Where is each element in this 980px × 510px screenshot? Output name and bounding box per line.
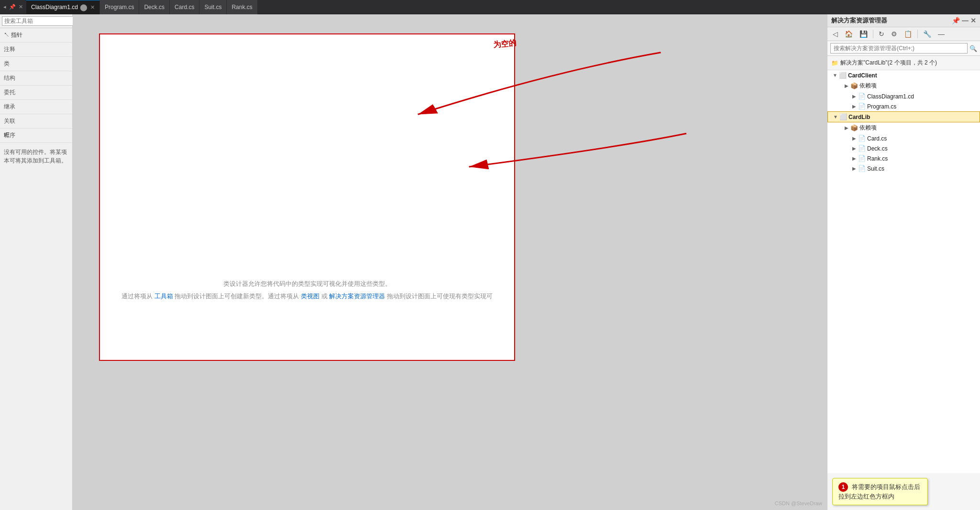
expand-rank-icon[interactable]: ▶ — [850, 156, 858, 161]
tree-item-program[interactable]: ▶ 📄 Program.cs — [827, 101, 980, 111]
classdiagram-file-icon: 📄 — [858, 93, 866, 100]
program-file-icon: 📄 — [858, 103, 866, 110]
te-label: tE — [0, 129, 13, 140]
tree-item-cardlib[interactable]: ▼ ⬜ CardLib — [827, 111, 980, 122]
toolbox-link[interactable]: 工具箱 — [154, 293, 173, 300]
tree-item-classdiagram[interactable]: ▶ 📄 ClassDiagram1.cd — [827, 91, 980, 101]
tab-close-btn-classdiagram[interactable]: ✕ — [90, 4, 95, 11]
close-panel-icon[interactable]: ✕ — [970, 17, 976, 24]
solution-search-input[interactable] — [830, 43, 968, 54]
design-canvas[interactable]: 类设计器允许您将代码中的类型实现可视化并使用这些类型。 通过将项从 工具箱 拖动… — [73, 14, 827, 510]
tab-bar-controls: ◂ 📌 ✕ — [2, 4, 24, 10]
tree-item-cardclient-deps[interactable]: ▶ 📦 依赖项 — [827, 80, 980, 91]
annotation-label: 为空的 — [493, 38, 517, 50]
card-label: Card.cs — [867, 135, 980, 142]
toolbox-section-comment[interactable]: 注释 — [0, 43, 72, 57]
solution-explorer-panel: 解决方案资源管理器 📌 — ✕ ◁ 🏠 💾 ↻ ⚙ 📋 🔧 — 🔍 — [827, 14, 980, 510]
cardlib-label: CardLib — [848, 114, 980, 120]
tab-deck[interactable]: Deck.cs — [139, 0, 170, 14]
toolbar-properties-button[interactable]: 🔧 — [921, 29, 934, 39]
toolbox-section-class[interactable]: 类 — [0, 57, 72, 71]
cardlib-deps-icon: 📦 — [850, 124, 858, 131]
toolbar-refresh-button[interactable]: ↻ — [876, 29, 887, 39]
toolbox-pointer-item[interactable]: ↖ 指针 — [0, 28, 72, 43]
toolbar-dash-button[interactable]: — — [936, 29, 947, 39]
toolbar-separator2 — [917, 30, 918, 38]
tree-item-deck[interactable]: ▶ 📄 Deck.cs — [827, 143, 980, 153]
solution-explorer-title: 解决方案资源管理器 — [831, 16, 887, 25]
expand-cardclient-deps-icon[interactable]: ▶ — [843, 83, 850, 88]
toolbox-label-comment: 注释 — [4, 46, 15, 53]
toolbox-section-delegate[interactable]: 委托 — [0, 86, 72, 100]
tooltip-text: 将需要的项目鼠标点击后拉到左边红色方框内 — [838, 483, 920, 500]
classview-link[interactable]: 类视图 — [301, 293, 319, 300]
tab-label-card: Card.cs — [175, 4, 194, 11]
rank-file-icon: 📄 — [858, 155, 866, 162]
classdiagram-label: ClassDiagram1.cd — [867, 93, 980, 100]
expand-cardlib-icon[interactable]: ▼ — [832, 114, 839, 119]
tooltip-bubble: 1 将需要的项目鼠标点击后拉到左边红色方框内 — [832, 478, 928, 506]
tab-scroll-left-icon[interactable]: ◂ — [2, 4, 8, 10]
tab-modified-dot: ⬤ — [80, 3, 88, 11]
suit-label: Suit.cs — [867, 165, 980, 172]
toolbox-section-assoc[interactable]: 关联 — [0, 114, 72, 129]
expand-suit-icon[interactable]: ▶ — [850, 166, 858, 171]
minimize-icon[interactable]: — — [962, 17, 969, 24]
tab-pin-icon[interactable]: 📌 — [8, 4, 17, 10]
design-desc-line1: 类设计器允许您将代码中的类型实现可视化并使用这些类型。 — [110, 278, 505, 290]
tree-item-cardclient[interactable]: ▼ ⬜ CardClient — [827, 70, 980, 80]
design-desc-line2: 通过将项从 工具箱 拖动到设计图面上可创建新类型。通过将项从 类视图 或 解决方… — [110, 290, 505, 303]
tab-label-rank: Rank.cs — [231, 4, 252, 11]
cardclient-label: CardClient — [848, 72, 980, 79]
desc-part2c: 或 — [321, 293, 328, 300]
cardlib-deps-label: 依赖项 — [859, 124, 980, 132]
toolbox-section-struct[interactable]: 结构 — [0, 71, 72, 86]
toolbar-save-button[interactable]: 💾 — [857, 29, 870, 39]
tree-item-card[interactable]: ▶ 📄 Card.cs — [827, 133, 980, 143]
expand-cardclient-icon[interactable]: ▼ — [831, 73, 839, 78]
desc-part2a: 通过将项从 — [121, 293, 153, 300]
tab-card[interactable]: Card.cs — [170, 0, 199, 14]
expand-deck-icon[interactable]: ▶ — [850, 146, 858, 151]
cardclient-project-icon: ⬜ — [839, 72, 847, 79]
toolbar-filter-button[interactable]: ⚙ — [889, 29, 900, 39]
expand-card-icon[interactable]: ▶ — [850, 136, 858, 141]
toolbar-back-button[interactable]: ◁ — [830, 29, 840, 39]
tab-suit[interactable]: Suit.cs — [199, 0, 227, 14]
tab-program[interactable]: Program.cs — [100, 0, 139, 14]
tab-rank[interactable]: Rank.cs — [227, 0, 257, 14]
card-file-icon: 📄 — [858, 135, 866, 142]
solution-tree: ▼ ⬜ CardClient ▶ 📦 依赖项 ▶ 📄 ClassDiagram1… — [827, 70, 980, 473]
desc-part2d: 拖动到设计图面上可使现有类型实现可 — [387, 293, 493, 300]
toolbar-expand-button[interactable]: 📋 — [902, 29, 914, 39]
expand-program-icon[interactable]: ▶ — [850, 104, 858, 109]
tree-item-rank[interactable]: ▶ 📄 Rank.cs — [827, 153, 980, 163]
cardclient-deps-label: 依赖项 — [859, 82, 980, 90]
toolbar-home-button[interactable]: 🏠 — [842, 29, 855, 39]
solution-icon: 📁 — [831, 60, 838, 66]
watermark: CSDN @SteveDraw — [775, 500, 822, 506]
tab-close-icon[interactable]: ✕ — [17, 4, 24, 10]
design-description: 类设计器允许您将代码中的类型实现可视化并使用这些类型。 通过将项从 工具箱 拖动… — [100, 278, 514, 303]
toolbox-label-delegate: 委托 — [4, 89, 15, 96]
toolbox-section-inherit[interactable]: 继承 — [0, 100, 72, 114]
tooltip-number: 1 — [838, 482, 848, 492]
solution-explorer-link[interactable]: 解决方案资源管理器 — [329, 293, 385, 300]
expand-cardlib-deps-icon[interactable]: ▶ — [843, 125, 850, 130]
tab-classdiagram[interactable]: ClassDiagram1.cd ⬤ ✕ — [26, 0, 100, 14]
toolbox-label-class: 类 — [4, 60, 10, 67]
pin-icon[interactable]: 📌 — [952, 17, 960, 24]
solution-search-icon[interactable]: 🔍 — [969, 45, 977, 52]
solution-explorer-header: 解决方案资源管理器 📌 — ✕ — [827, 14, 980, 27]
expand-classdiagram-icon[interactable]: ▶ — [850, 94, 858, 99]
design-surface[interactable]: 类设计器允许您将代码中的类型实现可视化并使用这些类型。 通过将项从 工具箱 拖动… — [99, 33, 515, 361]
tab-label-deck: Deck.cs — [144, 4, 165, 11]
toolbox-label-inherit: 继承 — [4, 103, 15, 110]
tree-item-suit[interactable]: ▶ 📄 Suit.cs — [827, 163, 980, 174]
toolbox-sidebar: 🔍 ↖ 指针 注释 类 结构 委托 继承 关联 程序 tE 没有可用的控件。将某… — [0, 14, 73, 510]
tree-item-cardlib-deps[interactable]: ▶ 📦 依赖项 — [827, 122, 980, 133]
solution-label-text: 解决方案"CardLib"(2 个项目，共 2 个) — [840, 59, 937, 67]
toolbox-search-input[interactable] — [2, 16, 78, 26]
solution-search-box: 🔍 — [827, 41, 980, 56]
solution-explorer-toolbar: ◁ 🏠 💾 ↻ ⚙ 📋 🔧 — — [827, 27, 980, 41]
